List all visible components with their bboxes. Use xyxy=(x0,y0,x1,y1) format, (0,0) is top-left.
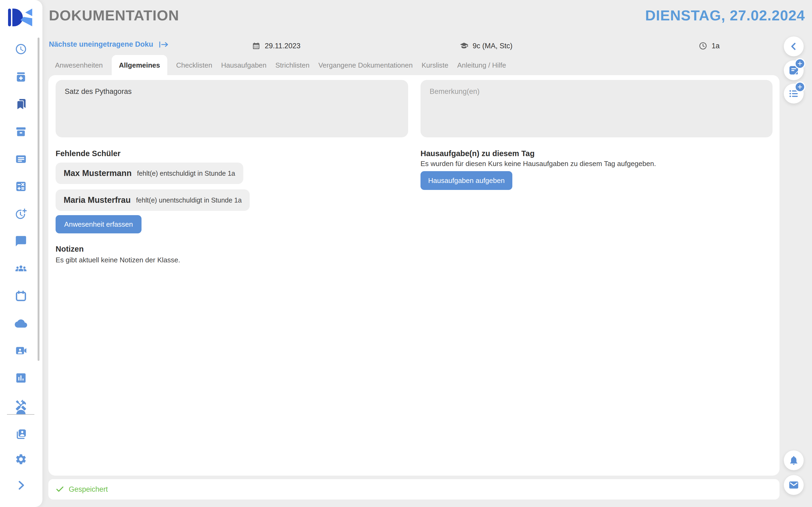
add-badge xyxy=(795,81,805,92)
date-heading: DIENSTAG, 27.02.2024 xyxy=(645,7,805,23)
doc-course: 9c (MA, Stc) xyxy=(460,42,513,50)
sidebar-item-statistics[interactable] xyxy=(14,372,28,384)
student-status: fehlt(e) entschuldigt in Stunde 1a xyxy=(137,170,235,177)
sidebar-item-students[interactable] xyxy=(14,262,28,275)
homework-empty-text: Es wurden für diesen Kurs keine Hausaufg… xyxy=(420,160,656,168)
plus-icon xyxy=(797,61,803,66)
sidebar-item-cloud[interactable] xyxy=(14,317,28,330)
chevron-right-icon xyxy=(15,479,27,492)
skip-arrow-icon xyxy=(158,41,169,49)
collapse-panel-button[interactable] xyxy=(784,37,804,56)
settings-icon xyxy=(15,453,27,465)
add-time-icon xyxy=(15,208,27,220)
notes-empty-text: Es gibt aktuell keine Notizen der Klasse… xyxy=(56,256,180,264)
tab-bar: Anwesenheiten Allgemeines Checklisten Ha… xyxy=(55,55,506,75)
document-lines-icon xyxy=(15,153,27,165)
missing-students-list: Max Mustermann fehlt(e) entschuldigt in … xyxy=(56,163,250,211)
bar-chart-icon xyxy=(15,372,27,384)
doc-lesson-value: 1a xyxy=(712,42,720,50)
sidebar xyxy=(0,0,42,507)
add-badge xyxy=(795,58,805,69)
calendar-icon xyxy=(15,290,27,302)
sidebar-scrollbar[interactable] xyxy=(38,38,40,361)
cloud-icon xyxy=(15,317,27,330)
main-panel: Satz des Pythagoras Fehlende Schüler Max… xyxy=(48,75,779,475)
sidebar-item-add-time[interactable] xyxy=(14,207,28,220)
tab-anleitung-hilfe[interactable]: Anleitung / Hilfe xyxy=(457,55,506,75)
box-plus-icon xyxy=(15,71,27,83)
remark-textarea[interactable] xyxy=(420,80,772,137)
tab-anwesenheiten[interactable]: Anwesenheiten xyxy=(55,55,103,75)
student-chip: Max Mustermann fehlt(e) entschuldigt in … xyxy=(56,163,243,184)
chevron-left-icon xyxy=(789,41,799,52)
check-icon xyxy=(55,485,64,494)
contact-card-icon xyxy=(15,428,27,440)
documentation-page: DOKUMENTATION DIENSTAG, 27.02.2024 Nächs… xyxy=(0,0,812,507)
tab-checklisten[interactable]: Checklisten xyxy=(176,55,212,75)
mail-icon xyxy=(789,480,799,490)
sidebar-item-supplies[interactable] xyxy=(14,70,28,83)
student-status: fehlt(e) unentschuldigt in Stunde 1a xyxy=(136,196,242,204)
missing-students-heading: Fehlende Schüler xyxy=(56,149,120,158)
clock-icon xyxy=(15,43,27,55)
sidebar-item-calendar[interactable] xyxy=(14,290,28,302)
notes-heading: Notizen xyxy=(56,245,84,253)
graduation-cap-icon xyxy=(460,42,468,50)
sidebar-item-documentation[interactable] xyxy=(14,98,28,111)
next-doc-link[interactable]: Nächste uneingetragene Doku xyxy=(49,40,169,49)
doc-lesson: 1a xyxy=(699,42,720,50)
sidebar-item-settings[interactable] xyxy=(14,453,28,466)
app-logo[interactable] xyxy=(8,9,32,26)
calculator-icon xyxy=(15,180,27,192)
sidebar-item-grades[interactable] xyxy=(14,180,28,193)
next-doc-link-label: Nächste uneingetragene Doku xyxy=(49,40,153,49)
doc-date-value: 29.11.2023 xyxy=(265,42,300,50)
record-attendance-button[interactable]: Anwesenheit erfassen xyxy=(56,215,142,233)
app-logo-icon xyxy=(8,9,32,26)
student-name: Max Mustermann xyxy=(64,168,132,178)
homework-heading: Hausaufgabe(n) zu diesem Tag xyxy=(420,149,535,158)
sidebar-item-expand[interactable] xyxy=(14,479,28,492)
clock-icon xyxy=(699,42,707,50)
tab-kursliste[interactable]: Kursliste xyxy=(421,55,448,75)
doc-course-value: 9c (MA, Stc) xyxy=(472,42,513,50)
add-list-button[interactable] xyxy=(784,84,804,104)
doc-date: 29.11.2023 xyxy=(252,42,300,50)
calendar-icon xyxy=(252,42,260,50)
page-title: DOKUMENTATION xyxy=(49,7,179,23)
sidebar-item-times[interactable] xyxy=(14,43,28,56)
saved-label: Gespeichert xyxy=(69,485,108,494)
tab-hausaufgaben[interactable]: Hausaufgaben xyxy=(221,55,266,75)
add-note-button[interactable] xyxy=(784,60,804,80)
student-chip: Maria Musterfrau fehlt(e) unentschuldigt… xyxy=(56,189,250,211)
mail-button[interactable] xyxy=(784,475,804,495)
save-status-bar: Gespeichert xyxy=(48,479,779,500)
sidebar-item-contacts[interactable] xyxy=(14,427,28,440)
assign-homework-button[interactable]: Hausaufgaben aufgeben xyxy=(420,171,512,190)
tab-vergangene-dokumentationen[interactable]: Vergangene Dokumentationen xyxy=(318,55,413,75)
topic-textarea[interactable]: Satz des Pythagoras xyxy=(56,80,408,137)
chat-icon xyxy=(15,235,27,247)
sidebar-item-archive[interactable] xyxy=(14,125,28,138)
archive-icon xyxy=(15,125,27,138)
bookmarks-icon xyxy=(15,98,27,111)
sidebar-item-messages[interactable] xyxy=(14,235,28,247)
sidebar-divider xyxy=(7,414,34,415)
student-name: Maria Musterfrau xyxy=(64,195,131,205)
plus-icon xyxy=(797,84,803,90)
bell-icon xyxy=(789,455,799,466)
people-icon xyxy=(15,263,27,275)
video-call-icon xyxy=(15,344,27,357)
tab-strichlisten[interactable]: Strichlisten xyxy=(275,55,310,75)
sidebar-item-video[interactable] xyxy=(14,344,28,357)
notifications-button[interactable] xyxy=(784,450,804,470)
tab-allgemeines[interactable]: Allgemeines xyxy=(112,55,167,75)
sidebar-item-texts[interactable] xyxy=(14,153,28,166)
